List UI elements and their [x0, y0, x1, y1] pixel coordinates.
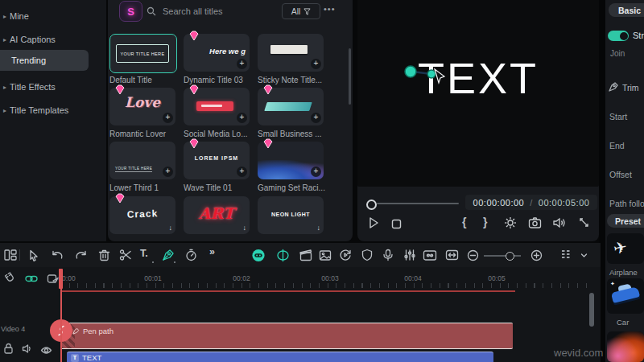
premium-diamond-icon — [188, 138, 200, 149]
seek-handle[interactable] — [366, 200, 377, 210]
sidebar-item-ai-captions[interactable]: ▸ AI Captions — [0, 30, 105, 49]
preset-section-button[interactable]: Preset — [607, 214, 644, 228]
video-canvas[interactable]: TEXT — [357, 0, 599, 187]
track-mute-icon[interactable] — [22, 343, 35, 356]
template-card-small-business[interactable]: + — [258, 88, 324, 125]
fullscreen-button[interactable] — [578, 216, 590, 232]
transitions-button[interactable] — [299, 248, 313, 262]
zoom-out-button[interactable] — [465, 248, 480, 262]
sidebar-item-title-effects[interactable]: ▸ Title Effects — [0, 77, 105, 97]
timeline-clip-pen-path[interactable]: Pen path — [60, 323, 513, 349]
download-icon[interactable]: ↓ — [243, 224, 247, 232]
template-card-dynamic-title[interactable]: Here we g + — [184, 34, 250, 72]
split-scissors-button[interactable] — [118, 248, 133, 262]
ai-assistant-button[interactable] — [251, 248, 266, 262]
template-card-art[interactable]: ART ↓ — [184, 196, 250, 234]
mark-in-button[interactable]: { — [462, 216, 466, 228]
track-hide-eye-icon[interactable] — [40, 343, 53, 356]
speed-ramp-button[interactable] — [338, 248, 353, 262]
premium-diamond-icon — [262, 84, 274, 95]
play-button[interactable] — [367, 216, 380, 232]
template-card-social-media[interactable]: + — [184, 88, 250, 125]
smart-mask-button[interactable] — [275, 248, 290, 262]
select-tool-button[interactable] — [27, 248, 41, 262]
zoom-slider-track[interactable] — [484, 255, 521, 257]
car-art — [611, 286, 640, 303]
volume-button[interactable] — [552, 216, 566, 232]
audio-mixer-button[interactable] — [402, 248, 417, 262]
join-label: Join — [610, 49, 625, 58]
record-voiceover-button[interactable] — [381, 248, 395, 262]
robot-icon — [251, 248, 266, 263]
add-template-button[interactable]: + — [311, 167, 321, 177]
preset-thumb-car[interactable]: ✦ — [607, 278, 644, 314]
add-template-button[interactable]: + — [311, 59, 321, 69]
end-label: End — [609, 141, 625, 150]
sidebar-item-trending[interactable]: Trending — [0, 50, 89, 71]
template-name: Default Title — [109, 76, 179, 84]
zoom-in-button[interactable] — [529, 248, 543, 262]
timeline-vertical-scrollbar[interactable] — [589, 293, 594, 327]
track-lock-icon[interactable] — [3, 343, 16, 356]
search-bar[interactable] — [147, 3, 275, 19]
timeline-clip-text[interactable]: T TEXT — [67, 352, 493, 362]
more-tools-button[interactable]: » — [209, 246, 215, 257]
download-icon[interactable]: ↓ — [169, 224, 173, 232]
text-tool-button[interactable]: T. — [140, 248, 148, 259]
template-card-wave-title[interactable]: LOREM IPSM + — [184, 142, 250, 179]
track-manager-button[interactable] — [559, 248, 573, 262]
canvas-text[interactable]: TEXT — [357, 53, 599, 103]
preset-thumb-airplane[interactable]: ✈ — [607, 233, 644, 264]
add-template-button[interactable]: + — [311, 113, 321, 123]
filter-dropdown[interactable]: All — [282, 3, 320, 19]
ruler-ticks[interactable] — [60, 283, 592, 288]
redo-button[interactable] — [74, 248, 89, 262]
premium-diamond-icon — [188, 84, 200, 95]
preset-thumb-partial[interactable] — [607, 331, 644, 362]
search-input[interactable] — [161, 6, 269, 17]
add-template-button[interactable]: + — [163, 167, 173, 177]
template-card-sticky-note[interactable]: + — [258, 34, 324, 72]
render-preview-button[interactable] — [423, 248, 437, 262]
speed-timer-button[interactable] — [184, 248, 198, 262]
more-options-button[interactable]: ••• — [324, 4, 336, 14]
toolbar-divider — [19, 249, 20, 261]
playhead-line[interactable] — [60, 269, 62, 362]
add-template-button[interactable]: + — [237, 113, 247, 123]
mark-out-button[interactable]: } — [483, 216, 487, 228]
fit-timeline-button[interactable] — [444, 248, 459, 262]
template-card-romantic-lover[interactable]: Love + — [109, 88, 175, 125]
effects-store-logo[interactable]: S — [119, 1, 142, 22]
protect-shield-button[interactable] — [360, 248, 374, 262]
tab-basic[interactable]: Basic — [609, 3, 644, 17]
stop-button[interactable] — [391, 218, 402, 232]
media-panel-layout-button[interactable] — [3, 248, 18, 262]
template-card-gaming-set[interactable]: + — [258, 142, 324, 179]
add-template-button[interactable]: + — [237, 167, 247, 177]
playback-settings-button[interactable] — [504, 216, 517, 232]
snapshot-button[interactable] — [528, 216, 542, 232]
start-label: Start — [609, 112, 627, 121]
link-clips-icon[interactable] — [25, 273, 38, 286]
download-icon[interactable]: ↓ — [317, 224, 321, 232]
sidebar-item-mine[interactable]: ▸ Mine — [0, 6, 105, 26]
stickers-button[interactable] — [318, 248, 332, 262]
watermark-text: wevid.com — [554, 347, 603, 359]
delete-button[interactable] — [97, 248, 111, 262]
pen-tool-button-active[interactable] — [161, 248, 175, 262]
seek-track[interactable] — [377, 203, 459, 204]
template-card-neon-light[interactable]: NEON LIGHT ↓ — [258, 196, 324, 234]
stroke-toggle[interactable] — [608, 31, 629, 41]
toolbar-chevron-icon[interactable] — [576, 248, 591, 262]
undo-button[interactable] — [50, 248, 64, 262]
template-card-crack[interactable]: Crack ↓ — [109, 196, 175, 234]
template-card-lower-third[interactable]: YOUR TITLE HERE + — [109, 142, 175, 179]
templates-scrollbar[interactable] — [349, 48, 351, 105]
zoom-slider-handle[interactable] — [506, 252, 514, 261]
add-template-button[interactable]: + — [163, 113, 173, 123]
add-template-button[interactable]: + — [237, 59, 247, 69]
template-card-default-title[interactable]: YOUR TITLE HERE — [109, 34, 177, 73]
sidebar-item-title-templates[interactable]: ▸ Title Templates — [0, 101, 105, 120]
pen-path-overlay[interactable] — [399, 63, 456, 90]
snap-magnet-icon[interactable] — [4, 272, 17, 285]
